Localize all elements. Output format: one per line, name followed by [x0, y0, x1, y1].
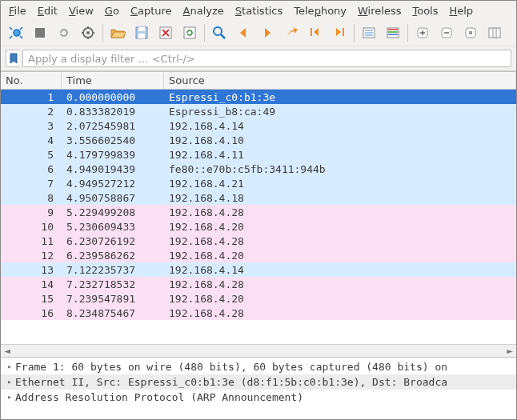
display-filter-bar — [1, 46, 516, 71]
column-header-no[interactable]: No. — [1, 72, 62, 89]
resize-columns-button[interactable] — [483, 22, 506, 44]
open-file-button[interactable] — [106, 22, 129, 44]
cell-no: 12 — [1, 249, 62, 262]
menu-capture[interactable]: Capture — [126, 3, 177, 18]
details-row[interactable]: ▸Ethernet II, Src: Espressi_c0:b1:3e (d8… — [1, 374, 516, 390]
go-previous-button[interactable] — [232, 22, 254, 44]
cell-time: 4.949527212 — [62, 177, 164, 190]
svg-rect-31 — [489, 28, 500, 38]
packet-list-header: No. Time Source — [1, 72, 516, 90]
go-last-button[interactable] — [328, 22, 351, 44]
menu-wireless[interactable]: Wireless — [353, 3, 406, 18]
cell-source: 192.168.4.20 — [164, 220, 516, 234]
toolbar-separator — [204, 24, 205, 42]
details-row[interactable]: ▸Address Resolution Protocol (ARP Announ… — [1, 390, 516, 405]
packet-row[interactable]: 137.122235737192.168.4.14 — [1, 262, 516, 277]
svg-point-12 — [214, 27, 222, 35]
cell-time: 5.229499208 — [62, 206, 164, 219]
packet-row[interactable]: 95.229499208192.168.4.28 — [1, 205, 516, 219]
cell-time: 8.234875467 — [62, 306, 164, 320]
expand-icon[interactable]: ▸ — [6, 359, 14, 374]
packet-row[interactable]: 74.949527212192.168.4.21 — [1, 176, 516, 190]
svg-rect-9 — [138, 34, 145, 38]
cell-no: 8 — [1, 191, 62, 205]
packet-row[interactable]: 147.232718532192.168.4.28 — [1, 277, 516, 291]
close-file-button[interactable] — [154, 22, 177, 44]
details-row[interactable]: ▸Frame 1: 60 bytes on wire (480 bits), 6… — [1, 359, 516, 374]
cell-no: 11 — [1, 234, 62, 248]
cell-source: 192.168.4.28 — [164, 306, 516, 320]
menu-tools[interactable]: Tools — [407, 3, 443, 18]
cell-source: fe80::e70b:c5fb:3411:944b — [164, 162, 516, 176]
cell-no: 10 — [1, 220, 62, 234]
details-text: Address Resolution Protocol (ARP Announc… — [15, 390, 303, 405]
cell-no: 4 — [1, 134, 62, 147]
details-text: Ethernet II, Src: Espressi_c0:b1:3e (d8:… — [15, 374, 447, 390]
packet-row[interactable]: 64.949019439fe80::e70b:c5fb:3411:944b — [1, 162, 516, 176]
menu-help[interactable]: Help — [444, 3, 478, 18]
packet-row[interactable]: 84.950758867192.168.4.18 — [1, 190, 516, 205]
expand-icon[interactable]: ▸ — [6, 390, 14, 405]
find-packet-button[interactable] — [208, 22, 230, 44]
auto-scroll-button[interactable] — [358, 22, 380, 44]
menu-go[interactable]: Go — [100, 3, 124, 18]
column-header-source[interactable]: Source — [164, 72, 516, 89]
menu-analyze[interactable]: Analyze — [178, 3, 229, 18]
packet-row[interactable]: 157.239547891192.168.4.20 — [1, 291, 516, 306]
filter-bookmark-button[interactable] — [6, 50, 20, 67]
packet-row[interactable]: 126.239586262192.168.4.20 — [1, 248, 516, 262]
svg-rect-8 — [138, 27, 145, 31]
menu-view[interactable]: View — [64, 3, 98, 18]
cell-source: 192.168.4.20 — [164, 292, 516, 306]
capture-options-button[interactable] — [77, 22, 99, 44]
menu-file[interactable]: File — [4, 3, 31, 18]
svg-rect-21 — [388, 29, 398, 30]
menu-telephony[interactable]: Telephony — [289, 3, 351, 18]
cell-source: 192.168.4.18 — [164, 191, 516, 205]
cell-source: 192.168.4.28 — [164, 206, 516, 219]
packet-details-pane[interactable]: ▸Frame 1: 60 bytes on wire (480 bits), 6… — [1, 357, 516, 419]
cell-source: 192.168.4.28 — [164, 278, 516, 291]
packet-row[interactable]: 105.230609433192.168.4.20 — [1, 219, 516, 234]
cell-time: 2.072545981 — [62, 119, 164, 133]
svg-rect-0 — [35, 28, 45, 38]
cell-time: 4.949019439 — [62, 162, 164, 176]
cell-source: Espressi_c0:b1:3e — [164, 90, 516, 104]
go-first-button[interactable] — [304, 22, 327, 44]
column-header-time[interactable]: Time — [62, 72, 164, 89]
packet-row[interactable]: 116.230726192192.168.4.28 — [1, 234, 516, 248]
display-filter-input[interactable] — [22, 50, 511, 67]
zoom-in-button[interactable] — [411, 22, 434, 44]
packet-row[interactable]: 168.234875467192.168.4.28 — [1, 306, 516, 320]
go-to-packet-button[interactable] — [280, 22, 303, 44]
reload-file-button[interactable] — [178, 22, 201, 44]
scroll-left-icon[interactable]: ◄ — [1, 345, 14, 358]
details-text: Frame 1: 60 bytes on wire (480 bits), 60… — [15, 359, 447, 374]
packet-row[interactable]: 10.000000000Espressi_c0:b1:3e — [1, 90, 516, 104]
menu-edit[interactable]: Edit — [33, 3, 62, 18]
cell-no: 1 — [1, 90, 62, 104]
packet-list-pane: No. Time Source 10.000000000Espressi_c0:… — [1, 71, 516, 344]
packet-list-hscrollbar[interactable]: ◄ ► — [1, 344, 516, 357]
svg-rect-11 — [184, 27, 195, 38]
start-capture-button[interactable] — [5, 22, 27, 44]
zoom-reset-button[interactable] — [459, 22, 482, 44]
packet-row[interactable]: 43.556602540192.168.4.10 — [1, 133, 516, 147]
packet-list-body[interactable]: 10.000000000Espressi_c0:b1:3e20.83338201… — [1, 90, 516, 320]
restart-capture-button[interactable] — [53, 22, 75, 44]
go-next-button[interactable] — [256, 22, 279, 44]
expand-icon[interactable]: ▸ — [6, 374, 14, 390]
save-file-button[interactable] — [130, 22, 153, 44]
menu-statistics[interactable]: Statistics — [230, 3, 287, 18]
cell-source: 192.168.4.20 — [164, 249, 516, 262]
packet-row[interactable]: 54.179799839192.168.4.11 — [1, 147, 516, 162]
zoom-out-button[interactable] — [435, 22, 458, 44]
packet-row[interactable]: 20.833382019Espressi_b8:ca:49 — [1, 104, 516, 118]
cell-source: 192.168.4.21 — [164, 177, 516, 190]
stop-capture-button[interactable] — [29, 22, 51, 44]
colorize-packets-button[interactable] — [382, 22, 404, 44]
cell-no: 3 — [1, 119, 62, 133]
scroll-right-icon[interactable]: ► — [503, 345, 516, 358]
cell-no: 9 — [1, 206, 62, 219]
packet-row[interactable]: 32.072545981192.168.4.14 — [1, 118, 516, 133]
